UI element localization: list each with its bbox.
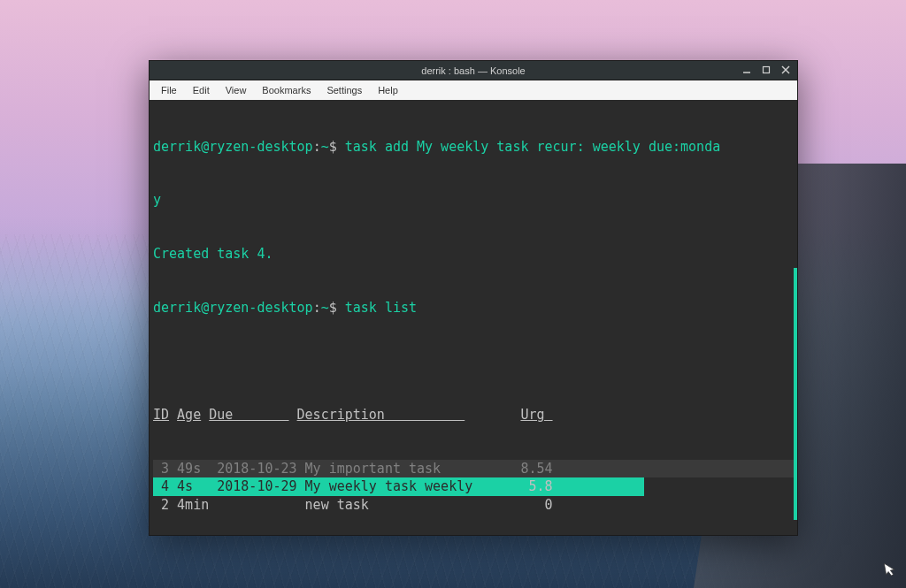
cell-desc: My important task: [305, 461, 473, 477]
cell-urg: 0: [520, 497, 552, 513]
window-controls: [741, 64, 792, 76]
cell-due: 2018-10-29: [217, 478, 296, 494]
cell-due: 2018-10-23: [217, 461, 296, 477]
menu-file[interactable]: File: [153, 83, 185, 97]
header-id: ID: [153, 407, 169, 423]
cell-due: [217, 497, 296, 513]
menu-view[interactable]: View: [218, 83, 255, 97]
table-row: 3 49s 2018-10-23 My important task 8.54: [153, 460, 794, 477]
terminal-output[interactable]: derrik@ryzen-desktop:~$ task add My week…: [150, 100, 797, 535]
table-header-row: ID Age Due Description Urg: [153, 406, 794, 424]
table-row: 4 4s 2018-10-29 My weekly task weekly 5.…: [153, 477, 794, 495]
cell-urg: 8.54: [520, 461, 552, 477]
menu-bookmarks[interactable]: Bookmarks: [254, 83, 319, 97]
table-row: 2 4min new task 0: [153, 496, 794, 514]
prompt-path: ~: [321, 139, 329, 155]
cell-desc: new task: [305, 497, 473, 513]
cell-id: 4: [153, 478, 169, 494]
window-titlebar[interactable]: derrik : bash — Konsole: [150, 61, 797, 80]
cell-id: 2: [153, 497, 169, 513]
maximize-button[interactable]: [760, 64, 772, 76]
cell-age: 4min: [177, 497, 209, 513]
prompt-sep: :: [313, 139, 321, 155]
header-due: Due: [209, 407, 288, 423]
header-desc: Description: [297, 407, 465, 423]
cell-id: 3: [153, 461, 169, 477]
svg-rect-1: [764, 67, 770, 73]
prompt-user: derrik@ryzen-desktop: [153, 139, 313, 155]
command-1: task add My weekly task recur: weekly du…: [345, 139, 720, 155]
command-1-wrap: y: [153, 192, 161, 208]
prompt-dollar: $: [329, 300, 337, 316]
minimize-button[interactable]: [741, 64, 753, 76]
prompt-path: ~: [321, 300, 329, 316]
header-age: Age: [177, 407, 201, 423]
konsole-window: derrik : bash — Konsole File Edit View B…: [149, 60, 798, 536]
prompt-sep: :: [313, 300, 321, 316]
header-urg: Urg: [520, 407, 552, 423]
close-button[interactable]: [779, 64, 792, 76]
prompt-dollar: $: [329, 139, 337, 155]
cell-desc: My weekly task weekly: [305, 478, 473, 494]
output-1: Created task 4.: [153, 246, 273, 262]
cell-age: 49s: [177, 461, 209, 477]
menu-settings[interactable]: Settings: [319, 83, 370, 97]
window-title: derrik : bash — Konsole: [421, 65, 525, 76]
prompt-user: derrik@ryzen-desktop: [153, 300, 313, 316]
menu-help[interactable]: Help: [370, 83, 406, 97]
cell-age: 4s: [177, 478, 209, 494]
blank-line: [153, 353, 794, 370]
scrollbar-thumb[interactable]: [794, 268, 797, 520]
cell-urg: 5.8: [520, 478, 552, 494]
command-2: task list: [345, 300, 417, 316]
menu-edit[interactable]: Edit: [185, 83, 218, 97]
menu-bar: File Edit View Bookmarks Settings Help: [150, 80, 797, 100]
